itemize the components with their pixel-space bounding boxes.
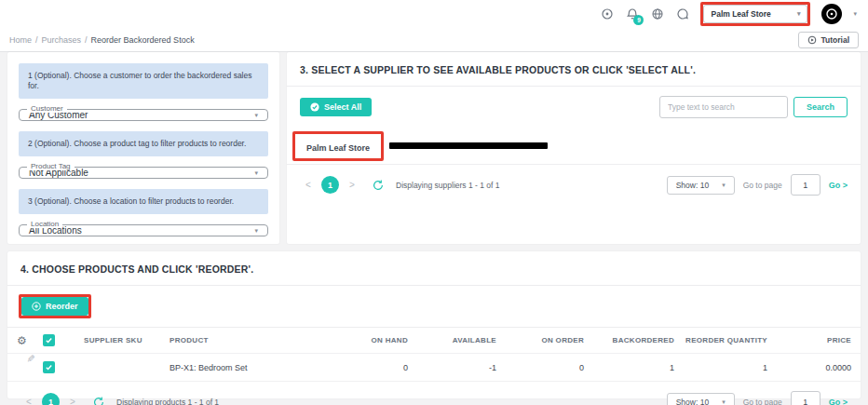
select-all-button[interactable]: Select All — [300, 98, 372, 116]
products-table-header: ⚙ SUPPLIER SKU PRODUCT ON HAND AVAILABLE… — [7, 328, 861, 353]
products-page-controls: Show: 10 ▾ Go to page Go > — [667, 391, 848, 405]
supplier-row[interactable]: Palm Leaf Store — [287, 128, 861, 165]
supplier-pagination-status: Displaying suppliers 1 - 1 of 1 — [396, 181, 500, 190]
chevron-down-icon: ▾ — [254, 227, 258, 235]
reorder-backordered-stock-page: 9 Palm Leaf Store ▾ ▾ Home/Purchases/Reo… — [0, 0, 868, 405]
store-selector-value: Palm Leaf Store — [711, 9, 770, 19]
select-all-checkbox[interactable] — [43, 334, 55, 346]
location-select[interactable]: Location All Locations ▾ — [19, 224, 268, 236]
col-on-hand: ON HAND — [329, 336, 408, 344]
cell-product: BP-X1: Bedroom Set — [170, 363, 329, 372]
page-1-button[interactable]: 1 — [42, 393, 60, 405]
products-pagination: < 1 > Displaying products 1 - 1 of 1 Sho… — [7, 382, 861, 405]
supplier-pagination: < 1 > Displaying suppliers 1 - 1 of 1 Sh… — [287, 165, 861, 205]
breadcrumb-current: Reorder Backordered Stock — [91, 35, 195, 45]
refresh-icon[interactable] — [93, 397, 104, 405]
avatar[interactable] — [821, 4, 842, 24]
supplier-toolbar: Select All Search — [287, 87, 861, 128]
breadcrumb-bar: Home/Purchases/Reorder Backordered Stock… — [0, 28, 868, 52]
annotation-box-supplier-name: Palm Leaf Store — [292, 131, 384, 161]
cell-on-order: 0 — [496, 363, 584, 372]
page-1-button[interactable]: 1 — [321, 176, 339, 194]
supplier-show-select[interactable]: Show: 10 ▾ — [667, 176, 735, 195]
account-menu-caret-icon[interactable]: ▾ — [853, 10, 857, 18]
customer-select[interactable]: Customer Any Customer ▾ — [19, 109, 268, 121]
refresh-icon[interactable] — [373, 180, 384, 191]
bell-icon[interactable]: 9 — [625, 7, 639, 21]
table-row[interactable]: ✎ BP-X1: Bedroom Set 0 -1 0 1 1 0.0000 — [7, 353, 861, 382]
supplier-search-button[interactable]: Search — [793, 97, 848, 117]
products-go-button[interactable]: Go > — [829, 398, 848, 405]
feedback-icon[interactable] — [675, 7, 689, 21]
col-on-order: ON ORDER — [496, 336, 584, 344]
chevron-down-icon: ▾ — [722, 398, 726, 405]
filter-steps-panel: 1 (Optional). Choose a customer to order… — [7, 52, 279, 244]
annotation-box-store-selector: Palm Leaf Store ▾ — [700, 2, 810, 26]
col-supplier-sku: SUPPLIER SKU — [84, 336, 170, 344]
check-circle-icon — [310, 102, 319, 112]
chevron-down-icon: ▾ — [722, 182, 726, 189]
col-reorder-quantity: REORDER QUANTITY — [674, 336, 767, 344]
breadcrumb: Home/Purchases/Reorder Backordered Stock — [9, 35, 195, 45]
edit-pencil-icon[interactable]: ✎ — [24, 355, 36, 381]
next-page-button[interactable]: > — [64, 394, 81, 405]
col-available: AVAILABLE — [408, 336, 496, 344]
products-show-select[interactable]: Show: 10 ▾ — [667, 393, 735, 405]
cell-price: 0.0000 — [767, 363, 851, 372]
supplier-go-button[interactable]: Go > — [829, 181, 848, 190]
target-icon[interactable] — [600, 7, 614, 21]
cell-backordered: 1 — [584, 363, 674, 372]
goto-page-label: Go to page — [743, 398, 782, 405]
cell-on-hand: 0 — [329, 363, 408, 372]
breadcrumb-home[interactable]: Home — [9, 35, 32, 45]
breadcrumb-purchases[interactable]: Purchases — [42, 35, 82, 45]
prev-page-button[interactable]: < — [20, 394, 37, 405]
supplier-goto-page-input[interactable] — [791, 174, 821, 196]
col-price: PRICE — [767, 336, 851, 344]
supplier-search-group: Search — [659, 96, 848, 118]
goto-page-label: Go to page — [743, 181, 782, 190]
step3-banner: 3 (Optional). Choose a location to filte… — [19, 189, 268, 214]
notification-badge: 9 — [633, 15, 644, 25]
row-checkbox[interactable] — [43, 361, 55, 373]
products-toolbar: Reorder — [7, 286, 861, 328]
col-product: PRODUCT — [170, 336, 329, 344]
cell-available: -1 — [408, 363, 496, 372]
supplier-panel: 3. SELECT A SUPPLIER TO SEE AVAILABLE PR… — [287, 52, 861, 244]
annotation-box-reorder-button: Reorder — [19, 294, 91, 318]
chevron-down-icon: ▾ — [254, 112, 258, 119]
plus-circle-icon — [32, 302, 41, 311]
prev-page-button[interactable]: < — [300, 177, 317, 194]
products-pagination-status: Displaying products 1 - 1 of 1 — [116, 398, 219, 405]
col-backordered: BACKORDERED — [584, 336, 674, 344]
redacted-text-bar — [389, 142, 548, 149]
globe-icon[interactable] — [650, 7, 664, 21]
chevron-down-icon: ▾ — [254, 169, 258, 177]
gear-icon[interactable]: ⚙ — [17, 334, 43, 347]
chevron-down-icon: ▾ — [797, 10, 801, 18]
products-panel: 4. CHOOSE PRODUCTS AND CLICK 'REORDER'. … — [7, 251, 861, 398]
products-panel-title: 4. CHOOSE PRODUCTS AND CLICK 'REORDER'. — [7, 251, 861, 286]
store-selector-dropdown[interactable]: Palm Leaf Store ▾ — [703, 5, 807, 23]
top-bar: 9 Palm Leaf Store ▾ ▾ — [0, 0, 868, 28]
step2-banner: 2 (Optional). Choose a product tag to fi… — [19, 131, 268, 156]
supplier-search-input[interactable] — [659, 96, 788, 118]
supplier-page-controls: Show: 10 ▾ Go to page Go > — [667, 174, 848, 196]
play-circle-icon — [807, 35, 817, 45]
product-tag-select-label: Product Tag — [27, 162, 75, 170]
products-goto-page-input[interactable] — [791, 391, 821, 405]
reorder-button[interactable]: Reorder — [21, 297, 88, 316]
supplier-name[interactable]: Palm Leaf Store — [301, 140, 375, 156]
step1-banner: 1 (Optional). Choose a customer to order… — [19, 63, 268, 99]
next-page-button[interactable]: > — [344, 177, 360, 194]
customer-select-label: Customer — [27, 104, 67, 113]
supplier-panel-title: 3. SELECT A SUPPLIER TO SEE AVAILABLE PR… — [287, 52, 861, 87]
product-tag-select[interactable]: Product Tag Not Applicable ▾ — [19, 167, 268, 179]
tutorial-button[interactable]: Tutorial — [798, 32, 859, 48]
location-select-label: Location — [27, 220, 62, 228]
cell-reorder-quantity: 1 — [674, 363, 767, 372]
